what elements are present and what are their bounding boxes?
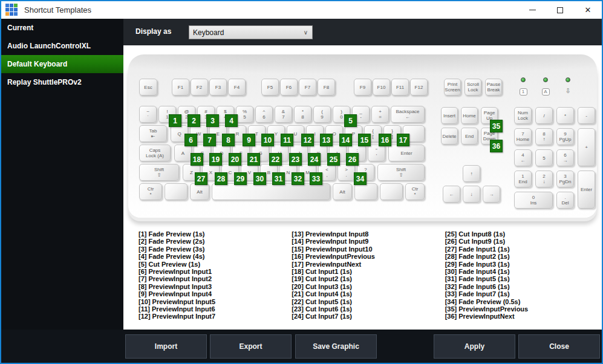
display-as-select[interactable]: Keyboard ∨ — [189, 25, 313, 39]
sidebar-item-audio-launchcontrolxl[interactable]: Audio LaunchControlXL — [1, 37, 123, 55]
scroll-lock-led-dot — [566, 77, 570, 82]
shortcut-badge-18: 18 — [191, 153, 203, 166]
key-5: 5 — [535, 149, 553, 166]
legend-item: [12] PreviewInput Input7 — [139, 313, 292, 320]
minimize-icon — [529, 10, 536, 10]
shortcut-templates-window: Shortcut Templates ✕ CurrentAudio Launch… — [0, 0, 603, 364]
legend-item: [3] Fade Preview (3s) — [139, 245, 292, 253]
legend-item: [11] PreviewInput Input6 — [139, 305, 292, 313]
shortcut-badge-34: 34 — [354, 172, 367, 185]
legend-item: [35] PreviewInputPrevious — [445, 305, 598, 313]
shortcut-badge-8: 8 — [222, 134, 235, 146]
shortcut-badge-23: 23 — [289, 153, 302, 166]
app-icon-square — [10, 12, 13, 16]
key-f1: F1 — [172, 79, 189, 96]
minimize-button[interactable] — [518, 1, 546, 19]
key-delete: Delete — [441, 128, 458, 145]
close-button[interactable]: ✕ — [574, 1, 602, 19]
key-3-pgdn: 3 PgDn — [556, 171, 574, 187]
key-6: 6 → — [556, 149, 574, 166]
key-tab: Tab ⇤ — [139, 125, 167, 142]
key-insert: Insert — [441, 107, 458, 124]
key-blank: + = — [371, 106, 389, 123]
num-lock-led-dot — [521, 77, 526, 82]
key-blank: + — [578, 128, 595, 166]
key-shift: Shift ⇧ — [139, 164, 179, 181]
key-f7: F7 — [299, 79, 316, 96]
key-blank: ← — [443, 186, 460, 203]
shortcut-badge-31: 31 — [272, 172, 285, 185]
key-blank — [380, 183, 403, 200]
shortcut-badge-27: 27 — [195, 172, 207, 185]
display-as-label: Display as — [135, 27, 171, 36]
app-icon-square — [14, 8, 18, 11]
key-2: 2 ↓ — [535, 171, 553, 187]
num-lock-led: 1 — [518, 77, 528, 96]
shortcut-badge-32: 32 — [292, 172, 304, 185]
caps-lock-led: A — [541, 77, 550, 96]
legend-item: [27] Fade Input1 (1s) — [445, 245, 598, 253]
shortcut-badge-17: 17 — [397, 134, 409, 146]
num-lock-led-icon: 1 — [520, 88, 527, 96]
key-blank — [354, 183, 377, 200]
sidebar-item-current[interactable]: Current — [1, 19, 123, 37]
legend-item: [18] Cut Input1 (1s) — [292, 268, 445, 275]
caps-lock-led-icon: A — [542, 88, 550, 96]
key-end: End — [461, 128, 478, 145]
shortcut-badge-10: 10 — [261, 134, 274, 146]
key-blank: - — [578, 107, 595, 124]
legend-column-3: [25] Cut Input8 (1s)[26] Cut Input9 (1s)… — [445, 230, 598, 320]
key-enter: Enter — [388, 145, 425, 161]
app-icon-square — [5, 12, 9, 16]
key-backspace: Backspace ← — [391, 106, 425, 123]
legend-item: [9] PreviewInput Input4 — [139, 290, 292, 297]
shortcut-badge-19: 19 — [209, 153, 222, 166]
maximize-button[interactable] — [546, 1, 574, 19]
import-button[interactable]: Import — [125, 334, 207, 359]
shortcut-badge-20: 20 — [229, 153, 241, 166]
key-blank — [212, 183, 330, 200]
shortcut-badge-15: 15 — [358, 134, 371, 146]
legend-item: [24] Cut Input7 (1s) — [292, 313, 445, 320]
legend-item: [33] Fade Input7 (1s) — [445, 290, 598, 297]
close-icon: ✕ — [585, 6, 592, 14]
shortcut-badge-3: 3 — [206, 114, 219, 127]
shortcut-badge-5: 5 — [344, 114, 357, 127]
sidebar-item-default-keyboard[interactable]: Default Keyboard — [1, 55, 123, 73]
scroll-lock-led: ⇩ — [563, 77, 573, 96]
scroll-lock-led-icon: ⇩ — [564, 88, 572, 95]
export-button[interactable]: Export — [210, 334, 292, 359]
shortcut-badge-16: 16 — [379, 134, 391, 146]
shortcut-badge-22: 22 — [269, 153, 282, 166]
maximize-icon — [557, 7, 563, 13]
titlebar: Shortcut Templates ✕ — [1, 1, 602, 19]
display-as-value: Keyboard — [193, 28, 224, 37]
shortcut-badge-9: 9 — [243, 134, 255, 146]
keyboard-graphic: EscF1F2F3F4F5F6F7F8F9F10F11F12Print Scre… — [128, 54, 597, 218]
sidebar-item-replay-shuttleprov2[interactable]: Replay ShuttlePROv2 — [1, 73, 123, 91]
apply-button[interactable]: Apply — [434, 334, 515, 359]
shortcut-badge-4: 4 — [225, 114, 238, 127]
key-f8: F8 — [318, 79, 335, 96]
shortcut-badge-1: 1 — [169, 114, 181, 127]
app-logo-icon — [5, 4, 18, 16]
key-f12: F12 — [410, 79, 428, 96]
legend-item: [5] Cut Preview (1s) — [139, 261, 292, 268]
key-f10: F10 — [373, 79, 390, 96]
legend-item: [15] PreviewInput Input10 — [292, 245, 445, 253]
legend-item: [22] Cut Input5 (1s) — [292, 298, 445, 305]
key-blank: → — [483, 186, 500, 203]
legend-item: [31] Fade Input5 (1s) — [445, 275, 598, 282]
app-icon-square — [5, 4, 9, 7]
legend-column-2: [13] PreviewInput Input8[14] PreviewInpu… — [292, 230, 445, 320]
shortcut-legend: [1] Fade Preview (1s)[2] Fade Preview (2… — [139, 230, 598, 320]
legend-item: [25] Cut Input8 (1s) — [445, 230, 598, 238]
save-graphic-button[interactable]: Save Graphic — [295, 334, 377, 359]
app-icon-square — [14, 4, 18, 7]
close-button[interactable]: Close — [518, 334, 600, 359]
legend-item: [14] PreviewInput Input9 — [292, 238, 445, 245]
legend-item: [30] Fade Input4 (1s) — [445, 268, 598, 275]
legend-item: [10] PreviewInput Input5 — [139, 298, 292, 305]
key-print-screen: Print Screen — [444, 79, 461, 96]
app-icon-square — [14, 12, 18, 16]
